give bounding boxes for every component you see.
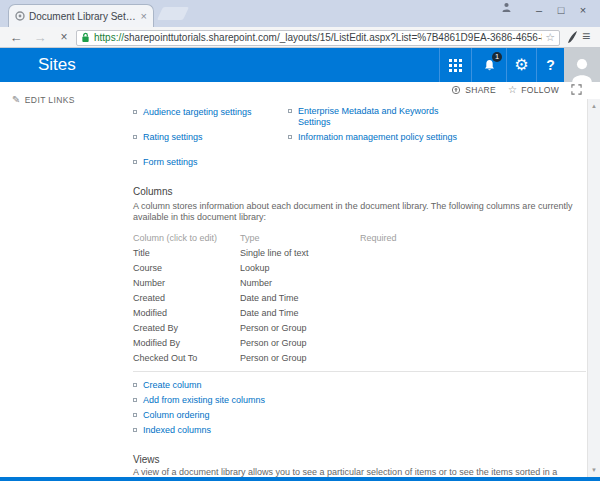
table-row-name[interactable]: Modified By	[133, 338, 240, 353]
list-item[interactable]: Enterprise Metadata and Keywords Setting…	[288, 106, 453, 128]
edit-links-button[interactable]: ✎ EDIT LINKS	[12, 95, 75, 105]
taskbar-edge	[0, 477, 600, 481]
scroll-down-icon[interactable]: ▼	[588, 467, 600, 473]
share-label: SHARE	[465, 85, 496, 95]
follow-label: FOLLOW	[521, 85, 559, 95]
column-header-required: Required	[360, 233, 586, 248]
url-protocol: https://	[94, 32, 124, 43]
table-row-required	[360, 323, 586, 338]
add-from-site-columns-link[interactable]: Add from existing site columns	[143, 395, 265, 406]
follow-star-icon: ☆	[508, 85, 517, 95]
list-item[interactable]: Add from existing site columns	[133, 395, 353, 406]
list-item[interactable]: Information management policy settings	[288, 132, 488, 143]
forward-icon[interactable]: →	[31, 29, 49, 46]
column-header-name: Column (click to edit)	[133, 233, 240, 248]
list-item[interactable]: Create column	[133, 380, 353, 391]
edit-links-label: EDIT LINKS	[25, 95, 75, 105]
user-avatar[interactable]	[564, 48, 600, 82]
extension-icon[interactable]	[566, 30, 578, 44]
create-column-link[interactable]: Create column	[143, 380, 202, 391]
square-bullet-icon	[133, 413, 137, 417]
list-item[interactable]: Column ordering	[133, 410, 353, 421]
table-row-required	[360, 263, 586, 278]
views-section-heading: Views	[133, 454, 160, 465]
browser-tab[interactable]: Document Library Setting ×	[8, 4, 154, 27]
app-launcher-button[interactable]	[439, 48, 471, 82]
window-controls: – □ ×	[528, 3, 594, 17]
column-ordering-link[interactable]: Column ordering	[143, 410, 210, 421]
information-policy-settings-link[interactable]: Information management policy settings	[298, 132, 457, 143]
gear-icon: ⚙	[514, 57, 528, 73]
url-path: sharepointtutorials.sharepoint.com/_layo…	[124, 32, 542, 43]
rating-settings-link[interactable]: Rating settings	[143, 132, 203, 143]
square-bullet-icon	[133, 110, 137, 114]
audience-targeting-settings-link[interactable]: Audience targeting settings	[143, 107, 252, 118]
scroll-up-icon[interactable]: ▲	[588, 103, 600, 109]
indexed-columns-link[interactable]: Indexed columns	[143, 425, 211, 436]
edit-pencil-icon: ✎	[12, 95, 21, 105]
stop-loading-icon[interactable]: ×	[55, 29, 73, 46]
help-button[interactable]: ?	[536, 48, 564, 82]
bookmark-star-icon[interactable]: ☆	[545, 31, 555, 44]
table-row-type: Person or Group	[240, 353, 360, 368]
table-row-name[interactable]: Checked Out To	[133, 353, 240, 368]
list-item[interactable]: Rating settings	[133, 132, 283, 143]
browser-menu-icon[interactable]: ≡	[582, 28, 590, 44]
share-button[interactable]: SHARE	[451, 85, 496, 95]
table-row-required	[360, 353, 586, 368]
address-bar[interactable]: https://sharepointtutorials.sharepoint.c…	[76, 30, 560, 46]
square-bullet-icon	[288, 135, 292, 139]
list-item[interactable]: Form settings	[133, 157, 283, 168]
suite-bar: Sites 1 ⚙ ?	[0, 48, 600, 82]
columns-section-heading: Columns	[133, 186, 172, 197]
notification-badge: 1	[492, 52, 502, 62]
profile-icon[interactable]	[501, 2, 512, 12]
list-item[interactable]: Audience targeting settings	[133, 107, 283, 118]
table-row-type: Single line of text	[240, 248, 360, 263]
table-row-name[interactable]: Course	[133, 263, 240, 278]
list-item[interactable]: Indexed columns	[133, 425, 353, 436]
maximize-button[interactable]: □	[550, 3, 572, 17]
table-row-name[interactable]: Modified	[133, 308, 240, 323]
focus-mode-button[interactable]	[571, 84, 582, 95]
square-bullet-icon	[288, 109, 292, 113]
columns-table: Column (click to edit) Type Required Tit…	[133, 233, 586, 368]
tab-favicon-icon	[15, 11, 25, 21]
follow-button[interactable]: ☆ FOLLOW	[508, 85, 559, 95]
share-icon	[451, 85, 461, 95]
table-row-required	[360, 278, 586, 293]
square-bullet-icon	[133, 428, 137, 432]
back-icon[interactable]: ←	[7, 29, 25, 46]
form-settings-link[interactable]: Form settings	[143, 157, 198, 168]
table-row-type: Number	[240, 278, 360, 293]
columns-section-description: A column stores information about each d…	[133, 201, 588, 223]
enterprise-metadata-settings-link[interactable]: Enterprise Metadata and Keywords Setting…	[298, 106, 453, 128]
suite-bar-actions: 1 ⚙ ?	[439, 48, 600, 82]
table-row-type: Date and Time	[240, 293, 360, 308]
table-row-type: Date and Time	[240, 308, 360, 323]
tab-title: Document Library Setting	[29, 11, 137, 22]
table-row-required	[360, 308, 586, 323]
app-launcher-grid-icon	[449, 59, 462, 72]
table-row-name[interactable]: Title	[133, 248, 240, 263]
table-row-name[interactable]: Number	[133, 278, 240, 293]
table-row-name[interactable]: Created By	[133, 323, 240, 338]
section-divider	[133, 371, 586, 372]
notifications-button[interactable]: 1	[471, 48, 506, 82]
minimize-button[interactable]: –	[528, 3, 550, 17]
url-text: https://sharepointtutorials.sharepoint.c…	[94, 32, 542, 43]
tab-close-icon[interactable]: ×	[141, 11, 147, 22]
close-window-button[interactable]: ×	[572, 3, 594, 17]
focus-icon	[571, 84, 582, 95]
table-row-name[interactable]: Created	[133, 293, 240, 308]
table-row-required	[360, 293, 586, 308]
table-row-type: Lookup	[240, 263, 360, 278]
table-row-type: Person or Group	[240, 323, 360, 338]
new-tab-button[interactable]	[157, 7, 189, 20]
settings-button[interactable]: ⚙	[506, 48, 536, 82]
browser-window: Document Library Setting × – □ × ← → × h…	[0, 0, 600, 481]
table-row-required	[360, 248, 586, 263]
vertical-scrollbar[interactable]: ▲ ▼	[587, 99, 600, 477]
site-title[interactable]: Sites	[38, 48, 76, 82]
square-bullet-icon	[133, 135, 137, 139]
